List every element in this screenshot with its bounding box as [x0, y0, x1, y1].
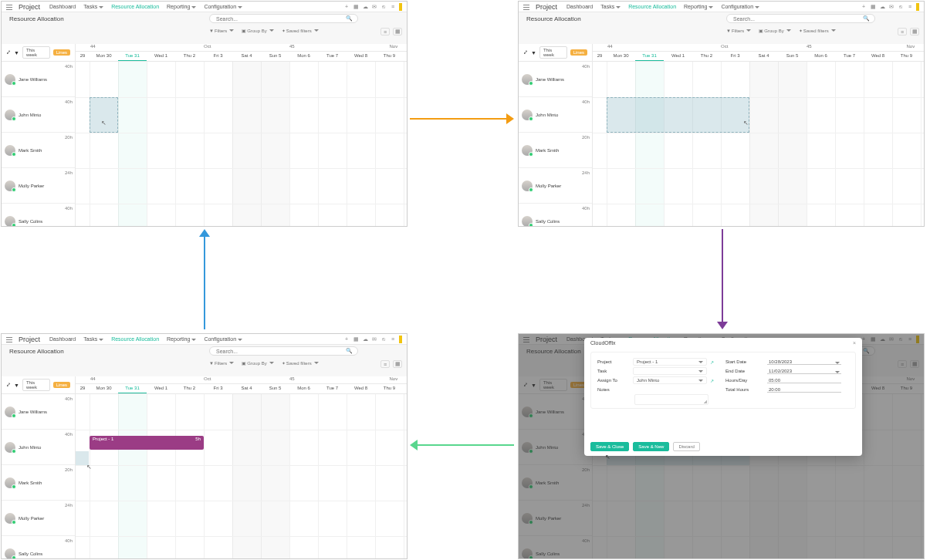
thisweek-button[interactable]: This week [539, 46, 567, 59]
resource-row[interactable]: Mark Smith20h [519, 133, 592, 168]
filter-icon[interactable]: ⎋ [898, 4, 904, 9]
filter-icon[interactable]: ▼ [14, 50, 19, 56]
hamburger-icon[interactable] [523, 4, 529, 10]
save-close-button[interactable]: Save & Close [590, 442, 629, 451]
open-link-icon[interactable]: ↗ [710, 378, 714, 383]
cloud-icon[interactable]: ☁ [362, 336, 368, 342]
menu-item-configuration[interactable]: Configuration [721, 4, 759, 9]
search-icon[interactable]: 🔍 [346, 15, 353, 22]
timeline-grid[interactable]: Project - 15h↖ [76, 394, 407, 558]
menu-icon[interactable]: ≡ [907, 4, 913, 9]
expand-icon[interactable]: ⤢ [6, 49, 11, 56]
plus-icon[interactable]: + [343, 336, 350, 342]
search-box[interactable]: 🔍 [209, 346, 358, 356]
task-select[interactable] [633, 367, 707, 375]
user-badge[interactable] [916, 3, 919, 11]
list-view-icon[interactable]: ≡ [380, 28, 390, 35]
value-end[interactable]: 11/02/2023 [767, 369, 841, 374]
menu-item-resource-allocation[interactable]: Resource Allocation [628, 4, 676, 9]
menu-item-tasks[interactable]: Tasks [83, 336, 103, 342]
savedfilters-button[interactable]: ✦ Saved filters [282, 28, 319, 33]
user-badge[interactable] [399, 3, 402, 11]
search-box[interactable]: 🔍 [209, 14, 358, 23]
calendar-icon[interactable]: ▦ [353, 336, 359, 342]
chat-icon[interactable]: ✉ [888, 4, 894, 10]
lines-button[interactable]: Lines [53, 382, 70, 388]
value-hoursday[interactable]: 05:00 [767, 378, 841, 383]
search-icon[interactable]: 🔍 [346, 348, 353, 354]
user-badge[interactable] [399, 336, 402, 343]
resource-row[interactable]: Molly Parker24h [519, 168, 592, 204]
resource-row[interactable]: Jane Williams40h [519, 62, 592, 97]
filter-icon[interactable]: ⎋ [380, 336, 387, 342]
hamburger-icon[interactable] [6, 4, 12, 10]
grid-view-icon[interactable]: ▦ [393, 360, 402, 368]
timeline[interactable]: 44Oct45Nov29Mon 30Tue 31Wed 1Thu 2Fri 3S… [76, 376, 407, 558]
open-link-icon[interactable]: ↗ [710, 359, 714, 365]
filters-button[interactable]: ▼ Filters [726, 29, 751, 33]
timeline[interactable]: 44Oct45Nov29Mon 30Tue 31Wed 1Thu 2Fri 3S… [593, 44, 924, 226]
savedfilters-button[interactable]: ✦ Saved filters [799, 28, 836, 33]
timeline[interactable]: 44Oct45Nov29Mon 30Tue 31Wed 1Thu 2Fri 3S… [76, 44, 407, 226]
lines-button[interactable]: Lines [53, 49, 70, 56]
search-input[interactable] [215, 348, 330, 355]
chat-icon[interactable]: ✉ [371, 336, 377, 342]
thisweek-button[interactable]: This week [22, 46, 50, 59]
groupby-button[interactable]: ▣ Group By [242, 360, 273, 366]
timeline-grid[interactable]: ↖ [593, 62, 924, 226]
search-input[interactable] [215, 15, 330, 22]
menu-item-tasks[interactable]: Tasks [83, 4, 103, 9]
chat-icon[interactable]: ✉ [371, 4, 377, 10]
resource-row[interactable]: John Minto40h [2, 430, 75, 465]
menu-item-reporting[interactable]: Reporting [167, 336, 196, 342]
groupby-button[interactable]: ▣ Group By [242, 28, 273, 33]
resource-row[interactable]: Mark Smith20h [2, 465, 75, 501]
notes-textarea[interactable] [634, 394, 708, 405]
menu-item-reporting[interactable]: Reporting [167, 4, 196, 9]
drag-selection[interactable] [90, 97, 118, 133]
list-view-icon[interactable]: ≡ [898, 28, 907, 35]
assignto-select[interactable]: John Minto [633, 376, 707, 384]
menu-item-reporting[interactable]: Reporting [684, 4, 713, 9]
resource-row[interactable]: Sally Colins40h [2, 204, 75, 227]
discard-button[interactable]: Discard [673, 442, 699, 451]
menu-item-resource-allocation[interactable]: Resource Allocation [111, 336, 159, 342]
menu-item-tasks[interactable]: Tasks [600, 4, 621, 9]
resource-row[interactable]: Molly Parker24h [2, 168, 75, 204]
resource-row[interactable]: Jane Williams40h [2, 394, 75, 430]
resource-row[interactable]: Molly Parker24h [2, 501, 75, 536]
filters-button[interactable]: ▼ Filters [209, 361, 234, 366]
resource-row[interactable]: John Minto40h [519, 97, 592, 133]
menu-item-dashboard[interactable]: Dashboard [566, 4, 593, 9]
hamburger-icon[interactable] [6, 336, 12, 342]
value-start[interactable]: 10/28/2023 [767, 359, 841, 365]
plus-icon[interactable]: + [343, 4, 350, 9]
groupby-button[interactable]: ▣ Group By [759, 28, 790, 33]
calendar-icon[interactable]: ▦ [870, 4, 876, 10]
list-view-icon[interactable]: ≡ [380, 360, 390, 368]
search-input[interactable] [732, 15, 847, 22]
menu-item-dashboard[interactable]: Dashboard [49, 336, 76, 342]
value-total[interactable]: 20:00 [767, 387, 841, 393]
menu-item-configuration[interactable]: Configuration [204, 4, 242, 9]
lines-button[interactable]: Lines [570, 49, 587, 56]
filter-icon[interactable]: ▼ [531, 50, 536, 56]
menu-item-dashboard[interactable]: Dashboard [49, 4, 76, 9]
plus-icon[interactable]: + [861, 4, 867, 9]
cloud-icon[interactable]: ☁ [362, 4, 368, 10]
expand-icon[interactable]: ⤢ [523, 49, 528, 56]
savedfilters-button[interactable]: ✦ Saved filters [282, 360, 319, 366]
resource-row[interactable]: Jane Williams40h [2, 62, 75, 97]
filter-icon[interactable]: ▼ [14, 383, 19, 388]
save-new-button[interactable]: Save & New [633, 442, 669, 451]
menu-item-resource-allocation[interactable]: Resource Allocation [111, 4, 159, 9]
drag-selection[interactable] [607, 97, 749, 133]
resource-row[interactable]: John Minto40h [2, 97, 75, 133]
thisweek-button[interactable]: This week [22, 379, 50, 391]
menu-icon[interactable]: ≡ [390, 4, 396, 9]
menu-icon[interactable]: ≡ [390, 336, 396, 342]
calendar-icon[interactable]: ▦ [353, 4, 359, 10]
filters-button[interactable]: ▼ Filters [209, 29, 234, 33]
menu-item-configuration[interactable]: Configuration [204, 336, 242, 342]
resource-row[interactable]: Sally Colins40h [519, 204, 592, 227]
